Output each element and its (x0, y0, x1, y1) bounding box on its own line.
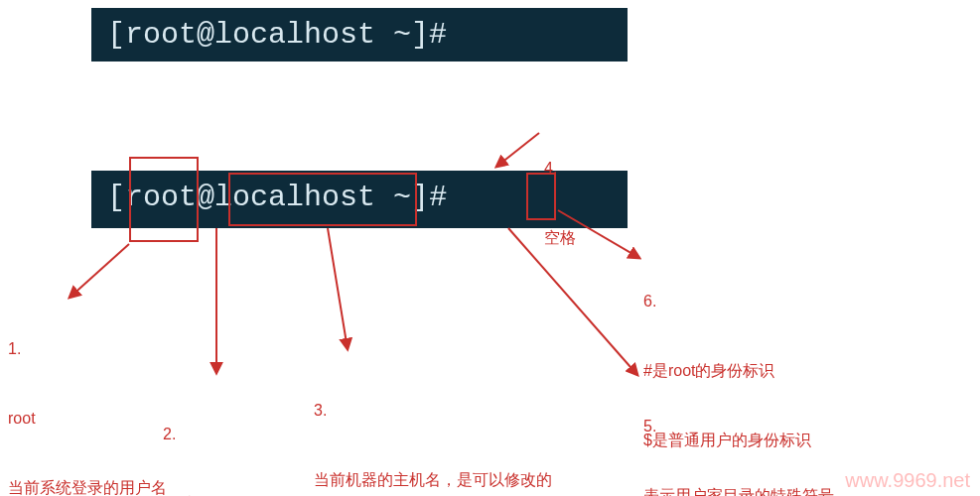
annotation-1-number: 1. (8, 337, 167, 360)
annotation-1-line2: 当前系统登录的用户名 (8, 476, 167, 497)
annotation-4-line1: 空格 (544, 226, 576, 249)
annotation-3-line1: 当前机器的主机名，是可以修改的 (314, 468, 552, 491)
annotation-1-line1: root (8, 407, 167, 430)
annotation-2-number: 2. (163, 423, 274, 445)
annotation-2: 2. @就是个分隔符 (163, 377, 274, 496)
prompt-cwd: ~ (393, 181, 411, 214)
annotation-1: 1. root 当前系统登录的用户名 (8, 292, 167, 496)
annotation-3: 3. 当前机器的主机名，是可以修改的 一眼就看出，这台机器什么作用 mysql0… (314, 353, 552, 496)
annotation-4-number: 4. (544, 157, 576, 180)
annotation-4: 4. 空格 (544, 111, 576, 296)
annotation-6-line2: $是普通用户的身份标识 (643, 429, 811, 451)
annotation-6: 6. #是root的身份标识 $是普通用户的身份标识 (643, 244, 811, 496)
prompt-user: root (125, 181, 197, 214)
prompt-host: localhost (214, 181, 375, 214)
annotation-6-number: 6. (643, 290, 811, 312)
watermark: www.9969.net (845, 469, 970, 492)
annotation-6-line1: #是root的身份标识 (643, 359, 811, 382)
prompt-at: @ (197, 181, 214, 214)
prompt-hash: # (429, 181, 447, 214)
annotation-2-line1: @就是个分隔符 (163, 492, 274, 496)
terminal-prompt-top: [root@localhost ~]# (91, 8, 628, 62)
annotation-3-number: 3. (314, 399, 552, 422)
